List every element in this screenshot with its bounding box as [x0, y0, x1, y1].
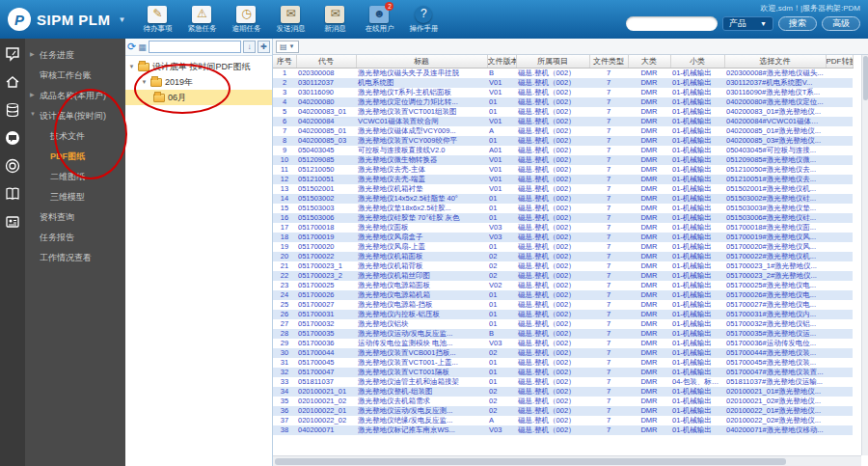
- sidebar-item[interactable]: ▼设计底单(按时间): [25, 106, 125, 126]
- table-cell[interactable]: 051503006#激光整地仪硅...: [724, 213, 826, 223]
- table-cell[interactable]: 051700019: [296, 233, 356, 242]
- chat-icon[interactable]: [5, 130, 20, 146]
- table-row[interactable]: 16051503006激光整地仪硅胶垫 70°硅胶 灰色01磁悬.整机（002）…: [273, 213, 853, 223]
- search-input[interactable]: [626, 16, 718, 31]
- table-cell[interactable]: 051700044: [296, 348, 356, 358]
- table-cell[interactable]: 040200071#激光整地仪移动...: [724, 425, 826, 435]
- table-cell[interactable]: 051700018: [296, 223, 356, 233]
- grid-view-icon[interactable]: ▦: [138, 42, 147, 52]
- table-row[interactable]: 4040200080激光整地仪定位调位力矩比转...01磁悬.整机（002）7D…: [273, 97, 853, 107]
- table-cell[interactable]: 051700036: [296, 339, 356, 348]
- table-cell[interactable]: 051700027: [296, 300, 356, 310]
- table-cell[interactable]: 051700047: [296, 368, 356, 377]
- table-cell[interactable]: 051503002#激光整地仪硅...: [724, 194, 826, 204]
- table-row[interactable]: 33051811037激光整地仪油管主机和油箱接架01磁悬.整机（002）7DM…: [273, 377, 853, 387]
- search-category-select[interactable]: 产品 ▼: [722, 16, 773, 31]
- tree-filter-input[interactable]: [149, 41, 241, 53]
- table-cell[interactable]: 020100021_02#激光整地仪...: [724, 397, 826, 406]
- table-cell[interactable]: 051700027#激光整地仪电...: [724, 300, 826, 310]
- table-cell[interactable]: 040200083_01#激光整地仪...: [724, 107, 826, 117]
- table-row[interactable]: 36020100022_01激光整地仪运动/发电反应测...02磁悬.整机（00…: [273, 406, 853, 416]
- table-row[interactable]: 37020100022_02激光整地仪绝缘/发电反应监...A磁悬.整机（002…: [273, 416, 853, 425]
- table-row[interactable]: 19051700020激光整地仪风扇-上盖01磁悬.整机（002）7DMR01-…: [273, 242, 853, 252]
- table-cell[interactable]: 051700035#激光整地仪运...: [724, 329, 826, 339]
- table-cell[interactable]: 051502001#激光整地仪机...: [724, 184, 826, 194]
- table-cell[interactable]: 051700023_1#激光整地仪...: [724, 261, 826, 271]
- table-row[interactable]: 26051700031激光整地仪内控板-铝压板01磁悬.整机（002）7DMR0…: [273, 310, 853, 319]
- table-cell[interactable]: 051700045: [296, 358, 356, 368]
- vertical-scrollbar[interactable]: [861, 55, 868, 455]
- table-cell[interactable]: 040200085_01#激光整地仪...: [724, 126, 826, 136]
- table-cell[interactable]: 040200085_03: [296, 136, 356, 146]
- table-cell[interactable]: 051700031#激光整地仪内...: [724, 310, 826, 319]
- table-cell[interactable]: 051700045#激光整地仪装...: [724, 358, 826, 368]
- id-card-icon[interactable]: [5, 214, 20, 230]
- table-cell[interactable]: 051700031: [296, 310, 356, 319]
- sidebar-item[interactable]: 技术文件: [25, 126, 125, 147]
- table-row[interactable]: 21051700023_1激光整地仪机箱背板02磁悬.整机（002）7DMR01…: [273, 261, 853, 271]
- table-cell[interactable]: 051700019#激光整地仪风...: [724, 233, 826, 242]
- toolbar-item[interactable]: ⚠紧急任务: [179, 6, 224, 34]
- table-cell[interactable]: 020100022_02: [296, 416, 356, 425]
- table-row[interactable]: 18051700019激光整地仪风扇盒子V03磁悬.整机（002）7DMR01-…: [273, 233, 853, 242]
- table-cell[interactable]: 051209085: [296, 155, 356, 165]
- table-cell[interactable]: 050403045: [296, 146, 356, 155]
- table-row[interactable]: 27051700032激光整地仪铝块01磁悬.整机（002）7DMR01-机械输…: [273, 319, 853, 329]
- sidebar-item[interactable]: ▶成品名称(本用户): [25, 86, 125, 106]
- vertical-scrollbar-thumb[interactable]: [863, 56, 868, 100]
- table-cell[interactable]: 051700020: [296, 242, 356, 252]
- table-cell[interactable]: 051700025#激光整地仪电...: [724, 281, 826, 290]
- sidebar-item[interactable]: 审核工作台账: [25, 66, 125, 86]
- table-row[interactable]: 13051502001激光整地仪机箱衬垫V01磁悬.整机（002）7DMR01-…: [273, 184, 853, 194]
- table-cell[interactable]: 020100021_01: [296, 387, 356, 397]
- column-header[interactable]: PDF转换列: [826, 55, 853, 68]
- table-cell[interactable]: 051700026#激光整地仪电...: [724, 290, 826, 300]
- sidebar-item[interactable]: 任务报告: [25, 228, 125, 248]
- sidebar-item[interactable]: 工作情况查看: [25, 248, 125, 268]
- table-cell[interactable]: 051700025: [296, 281, 356, 290]
- table-row[interactable]: 28051700035激光整地仪运动/发电反应监...B磁悬.整机（002）7D…: [273, 329, 853, 339]
- sidebar-item[interactable]: PDF图纸: [25, 147, 125, 167]
- column-header[interactable]: 文件版本: [487, 55, 516, 68]
- table-cell[interactable]: 040200085_01: [296, 126, 356, 136]
- table-cell[interactable]: 051210051#激光整地仪去...: [724, 175, 826, 184]
- table-row[interactable]: 14051503002激光整地仪14x5x2.5硅脂垫 40°01磁悬.整机（0…: [273, 194, 853, 204]
- table-row[interactable]: 38040200071激光整地仪标记推车南京WS...V03磁悬.整机（002）…: [273, 425, 853, 435]
- table-row[interactable]: 24051700026激光整地仪电源箱机箱01磁悬.整机（002）7DMR01-…: [273, 290, 853, 300]
- table-cell[interactable]: 051210050#激光整地仪去...: [724, 165, 826, 175]
- table-row[interactable]: 29051700036运动传发电位监测模块 电池...V03磁悬.整机（002）…: [273, 339, 853, 348]
- toolbar-item[interactable]: ✎待办事项: [135, 6, 179, 34]
- column-header[interactable]: 代号: [296, 55, 356, 68]
- table-cell[interactable]: 051700047#激光整地仪装置...: [724, 368, 826, 377]
- toolbar-item[interactable]: ?操作手册: [401, 6, 446, 34]
- table-cell[interactable]: 051700023_2: [296, 271, 356, 281]
- table-cell[interactable]: 051503003: [296, 204, 356, 213]
- toolbar-item[interactable]: ☻2在线用户: [357, 6, 401, 34]
- home-icon[interactable]: [5, 74, 20, 90]
- table-cell[interactable]: 040200080: [296, 97, 356, 107]
- table-row[interactable]: 31051700045激光整地仪装置VCT001-上盖...01磁悬.整机（00…: [273, 358, 853, 368]
- search-button[interactable]: 搜索: [778, 16, 817, 31]
- table-cell[interactable]: 051210051: [296, 175, 356, 184]
- table-cell[interactable]: 051700018#激光整地仪面...: [724, 223, 826, 233]
- refresh-icon[interactable]: ⟳: [127, 41, 136, 52]
- table-cell[interactable]: 030116090: [296, 88, 356, 97]
- table-cell[interactable]: 051503006: [296, 213, 356, 223]
- sidebar-item[interactable]: 三维模型: [25, 187, 125, 207]
- table-row[interactable]: 3030116090激光整地仪T系列-主机铝面板V01磁悬.整机（002）7DM…: [273, 88, 853, 97]
- table-cell[interactable]: 051210050: [296, 165, 356, 175]
- table-row[interactable]: 11051210050激光整地仪去壳-主体V01磁悬.整机（002）7DMR01…: [273, 165, 853, 175]
- table-cell[interactable]: 051700026: [296, 290, 356, 300]
- column-header[interactable]: 选择文件: [724, 55, 826, 68]
- table-row[interactable]: 23051700025激光整地仪电源箱面板V02磁悬.整机（002）7DMR01…: [273, 281, 853, 290]
- table-row[interactable]: 34020100021_01激光整地仪整机-组装图02磁悬.整机（002）7DM…: [273, 387, 853, 397]
- table-row[interactable]: 22051700023_2激光整地仪机箱丝印图02磁悬.整机（002）7DMR0…: [273, 271, 853, 281]
- table-cell[interactable]: 020300008#激光整地仪磁头...: [724, 68, 826, 78]
- table-cell[interactable]: 020100022_02#激光整地仪...: [724, 416, 826, 425]
- expand-all-icon[interactable]: ↓: [243, 41, 256, 53]
- toolbar-item[interactable]: ◷逾期任务: [224, 6, 268, 34]
- table-cell[interactable]: 040200071: [296, 425, 356, 435]
- sidebar-item[interactable]: ▶任务进度: [25, 45, 125, 66]
- table-cell[interactable]: 051700023_1: [296, 261, 356, 271]
- table-cell[interactable]: 040200083_01: [296, 107, 356, 117]
